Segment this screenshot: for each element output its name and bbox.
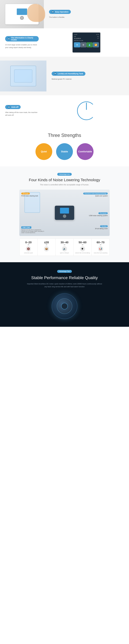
label-third-tag: The third xyxy=(100,225,108,227)
db-range-5: 60–70 xyxy=(93,241,108,244)
water-note: Special one-day line is prepared to remi… xyxy=(21,229,45,234)
water-icon-box: 💧 xyxy=(86,42,93,48)
feature-badge-04: 04 Lock&Lock Humidifying Tank xyxy=(52,72,85,76)
db-icon-1: 🔇 xyxy=(26,246,31,252)
power-icon-area xyxy=(44,100,129,121)
motor-inner xyxy=(57,298,72,314)
tank-mock xyxy=(10,66,36,86)
db-unit-2: dB xyxy=(39,244,54,246)
badge-title-04: Lock&Lock Humidifying Tank xyxy=(58,73,83,75)
db-item-4: 50–60 dB 🗣 volume like normal talking xyxy=(74,239,92,256)
strengths-circles: Quiet Stable Comfortable xyxy=(3,143,126,160)
db-label-4: volume like normal talking xyxy=(75,252,90,254)
ahi-value: 6.2 xyxy=(97,36,99,37)
badge-number-04: 04 xyxy=(54,72,57,75)
screen-row-date: 单次使用时间 1:7 xyxy=(74,38,99,40)
tank-inner xyxy=(14,70,32,82)
feature-badge-05: 05 Auto-off xyxy=(5,105,21,109)
db-icon-3: 🔉 xyxy=(62,246,67,252)
feature-content-04: 04 Lock&Lock Humidifying Tank Medical-gr… xyxy=(46,68,129,84)
feature-desc-04: Medical-grade PC material. xyxy=(52,78,124,80)
signal-icon-box: 📶 xyxy=(93,42,99,48)
screen-header: yuwell 15:35 xyxy=(74,34,99,35)
feature-content-03: 03 The Information is Clearly Visible 3.… xyxy=(0,34,44,52)
db-label-3: quiet or whisper xyxy=(57,252,72,254)
db-item-1: 0–20 dB 🔇 extremely quiet xyxy=(20,239,38,256)
power-icon-svg xyxy=(76,100,97,121)
db-icon-5: 📢 xyxy=(98,246,103,252)
feature-desc-03: 3.5 inch large screen enables you to che… xyxy=(5,44,39,49)
badge-number: 02 xyxy=(51,10,54,13)
badge-title-03: The Information is Clearly Visible xyxy=(11,37,36,41)
strength-circle-comfortable: Comfortable xyxy=(77,143,93,160)
label-second-tag: The second xyxy=(98,212,108,214)
water-day-label: FOR 1 DAY xyxy=(21,226,31,228)
label-third-main: 3A air taking cover xyxy=(95,228,108,230)
email-icon-box: ✉ xyxy=(74,42,80,48)
label-first-main: Quiet core system xyxy=(83,195,108,197)
db-range-3: 30–40 xyxy=(57,241,72,244)
label-first-group: First kind of noise lowering technology … xyxy=(83,192,108,197)
section-locklock: 04 Lock&Lock Humidifying Tank Medical-gr… xyxy=(0,57,129,95)
last-use-label: 单次使用时间 xyxy=(74,38,81,40)
gear-icon-box: ⚙ xyxy=(80,42,87,48)
cpap-screen: yuwell 15:35 AHI 6.2 单次使用时间 1:7 2015-04-… xyxy=(72,32,101,53)
badge-number-05: 05 xyxy=(8,106,10,108)
adv2-title: Stable Performance Reliable Quality xyxy=(31,275,98,280)
device-knob xyxy=(20,16,24,20)
section-auto-off: 05 Auto-off After taking off the nose ma… xyxy=(0,95,129,126)
label-fourth-tag: The fourth xyxy=(21,192,30,194)
db-icon-2: 📦 xyxy=(44,246,49,252)
hand-illustration xyxy=(27,4,45,22)
db-item-3: 30–40 dB 🔉 quiet or whisper xyxy=(56,239,74,256)
db-icon-4: 🗣 xyxy=(80,246,85,252)
strengths-title: Three Strengths xyxy=(3,133,126,138)
db-label-1: extremely quiet xyxy=(21,252,36,254)
db-item-2: ≤28 dB 📦 xyxy=(38,239,56,256)
db-scale: 0–20 dB 🔇 extremely quiet ≤28 dB 📦 30–40… xyxy=(19,238,110,256)
db-unit-1: dB xyxy=(21,244,36,246)
screen-display-area: yuwell 15:35 AHI 6.2 单次使用时间 1:7 2015-04-… xyxy=(44,32,129,53)
ahi-label: AHI xyxy=(74,36,76,37)
badge-title-05: Auto-off xyxy=(11,106,18,108)
label-first-tag: First kind of noise lowering technology xyxy=(83,192,108,194)
badge-title: Easy Operation xyxy=(55,11,68,13)
screen-brand: yuwell xyxy=(74,34,77,35)
power-button-container xyxy=(76,100,97,121)
section-three-strengths: Three Strengths Quiet Stable Comfortable xyxy=(0,126,129,166)
stable-label: Stable xyxy=(61,150,68,153)
advantage-two-tag: Advantage Two xyxy=(57,270,72,273)
diagram-device-screen xyxy=(60,208,69,214)
label-fourth-main: PCM noise clearing tank xyxy=(21,195,38,197)
advantage-one-tag: Advantage one xyxy=(57,173,72,176)
db-range-2: ≤28 xyxy=(39,241,54,244)
section-advantage-one: Advantage one Four Kinds of Noise Loweri… xyxy=(0,166,129,262)
adv1-title: Four Kinds of Noise Lowering Technology xyxy=(3,178,126,182)
noise-diagram: The fourth PCM noise clearing tank First… xyxy=(19,190,110,256)
quiet-label: Quiet xyxy=(41,150,47,153)
screen-icons: ✉ ⚙ 💧 📶 xyxy=(74,42,99,48)
comfortable-label: Comfortable xyxy=(78,150,92,153)
screen-date: 2015-04-12 16:36 xyxy=(74,40,83,41)
water-label-group: FOR 1 DAY Special one-day line is prepar… xyxy=(21,226,45,234)
feature-desc-05: After taking off the nose mask, the mach… xyxy=(5,111,39,116)
label-third-group: The third 3A air taking cover xyxy=(95,225,108,230)
db-unit-4: dB xyxy=(75,244,90,246)
diagram-device-dial xyxy=(63,214,66,218)
feature-badge-03: 03 The Information is Clearly Visible xyxy=(5,36,39,42)
db-range-1: 0–20 xyxy=(21,241,36,244)
db-range-4: 50–60 xyxy=(75,241,90,244)
label-second-main: USM noise clearing system xyxy=(89,215,108,216)
last-use-value: 1:7 xyxy=(97,38,99,40)
section-easy-operation: 02 Easy Operation The button is flexible… xyxy=(0,0,129,28)
feature-desc-02: The button is flexible. xyxy=(49,16,124,19)
feature-badge-02: 02 Easy Operation xyxy=(49,10,71,14)
feature-content-02: 02 Easy Operation The button is flexible… xyxy=(44,6,129,22)
screen-time: 15:35 xyxy=(96,34,99,35)
db-item-5: 60–70 dB 📢 noise like loud speaking xyxy=(92,239,109,256)
label-fourth-group: The fourth PCM noise clearing tank xyxy=(21,192,38,197)
db-label-5: noise like loud speaking xyxy=(93,252,108,254)
section-advantage-two: Advantage Two Stable Performance Reliabl… xyxy=(0,262,129,327)
db-unit-3: dB xyxy=(57,244,72,246)
label-second-group: The second USM noise clearing system xyxy=(89,212,108,216)
